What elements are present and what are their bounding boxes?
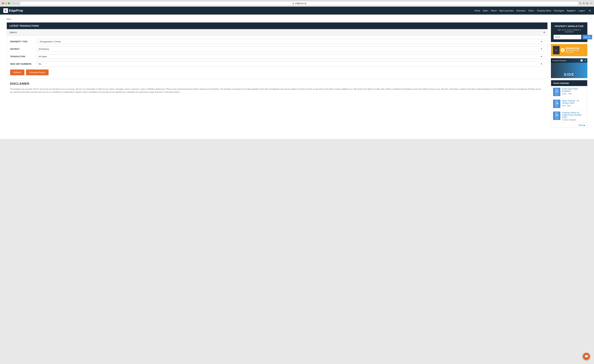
minimize-dot[interactable] (5, 2, 7, 4)
download-banner[interactable]: EP ▶ DOWNLOAD THE EDGEPROP PULLOUT (551, 44, 587, 56)
event-item-3: OCT 23 TUE Property Auction by Knight Fr… (551, 110, 587, 123)
nav-property-news[interactable]: Property News (537, 9, 551, 12)
generate-report-button[interactable]: Generate Report (26, 70, 49, 75)
download-subtitle: THE EDGEPROP PULLOUT (566, 50, 585, 53)
property-type-row: PROPERTY TYPE - All Apartment / Condo HD… (10, 39, 544, 44)
newsletter-email-input[interactable] (554, 35, 581, 39)
newsletter-subtitle: Sign up to receive updates & newsletters (554, 29, 585, 33)
video-thumbnail[interactable]: Seaside Residen... 🕐 ↗ ▶ SIDE (551, 58, 587, 78)
nav-rent[interactable]: Rent ▾ (491, 9, 497, 12)
sale-dropdown-arrow: ▾ (487, 10, 488, 12)
options-bar[interactable]: Options ▾ (7, 29, 547, 36)
district-label: DISTRICT (10, 48, 37, 50)
disclaimer-section: DISCLAIMER The Analytics are provided "A… (7, 79, 548, 97)
login-dropdown-arrow: ▾ (584, 10, 585, 12)
event-info-3: Property Auction by Knight Frank (Octobe… (562, 111, 585, 121)
event-time-1: 11am - 7pm (562, 93, 585, 95)
share-button[interactable]: ⬆ (583, 2, 585, 5)
download-play-icon: ▶ (561, 48, 565, 52)
event-title-2[interactable]: Agent Training - 18 October 2018 (562, 100, 585, 104)
close-dot[interactable] (2, 2, 4, 4)
nav-new-launches[interactable]: New Launches (499, 9, 514, 12)
back-button[interactable]: ‹ (13, 2, 15, 5)
options-content: PROPERTY TYPE - All Apartment / Condo HD… (7, 36, 547, 78)
url-text: edgeprop.sg (295, 2, 306, 5)
video-label: SIDE (564, 72, 574, 77)
event-time-2: 2pm - 5pm (562, 104, 585, 107)
newsletter-panel: PROPERTY NEWSLETTER Sign up to receive u… (551, 22, 587, 42)
hide-unit-row: HIDE UNIT NUMBERS No Yes (10, 61, 544, 66)
event-dow-3: TUE (554, 117, 559, 119)
event-info-1: South Quay Plaza Exhibition 11am - 7pm (562, 88, 585, 95)
logo-icon: E (3, 8, 8, 13)
property-type-select[interactable]: - All Apartment / Condo HDB Landed (37, 39, 544, 44)
disclaimer-title: DISCLAIMER (10, 82, 544, 85)
nav-sale[interactable]: Sale ▾ (483, 9, 488, 12)
top-navigation: E EdgeProp Home Sale ▾ Rent ▾ New Launch… (0, 6, 594, 14)
event-title-3[interactable]: Property Auction by Knight Frank (Octobe… (562, 111, 585, 118)
newsletter-title: PROPERTY NEWSLETTER (554, 25, 585, 27)
event-item-2: OCT 18 THU Agent Training - 18 October 2… (551, 98, 587, 110)
hide-unit-label: HIDE UNIT NUMBERS (10, 63, 37, 65)
reload-button[interactable]: ↻ (580, 2, 581, 5)
event-day-3: 23 (554, 114, 559, 117)
newsletter-form: Sign Up (554, 35, 585, 39)
hide-unit-select[interactable]: No Yes (37, 61, 544, 66)
event-date-badge-2: OCT 18 THU (553, 100, 560, 108)
event-day-2: 18 (554, 102, 559, 105)
new-tab-button[interactable]: + (590, 2, 592, 5)
nav-find-agent[interactable]: Find Agent (554, 9, 564, 12)
maximize-dot[interactable] (8, 2, 10, 4)
lock-icon: 🔒 (292, 2, 295, 5)
event-date-badge-3: OCT 23 TUE (553, 111, 560, 120)
disclaimer-text: The Analytics are provided "AS IS" and w… (10, 88, 544, 94)
options-chevron-icon: ▾ (544, 31, 545, 34)
add-bookmark-button[interactable]: ⊞ (586, 2, 588, 5)
panel-header: LATEST TRANSACTIONS (7, 22, 547, 29)
tools-dropdown-arrow: ▾ (533, 10, 534, 12)
right-sidebar: PROPERTY NEWSLETTER Sign up to receive u… (551, 22, 587, 128)
site-logo[interactable]: E EdgeProp (3, 8, 23, 13)
options-label: Options (9, 31, 17, 34)
event-item-1: OCT 13 SAT South Quay Plaza Exhibition 1… (551, 86, 587, 98)
calendar-header: Event Calendar (551, 80, 587, 86)
nav-login[interactable]: Login ▾ (579, 9, 585, 12)
download-text: ▶ DOWNLOAD THE EDGEPROP PULLOUT (561, 47, 585, 53)
rent-dropdown-arrow: ▾ (496, 10, 497, 12)
event-info-2: Agent Training - 18 October 2018 2pm - 5… (562, 100, 585, 107)
transaction-label: TRANSACTION (10, 55, 37, 58)
event-dow-1: SAT (554, 93, 559, 96)
clock-icon: 🕐 (580, 59, 583, 62)
district-select[interactable]: All Districts District 1 District 2 (37, 46, 544, 52)
forward-button[interactable]: › (16, 2, 19, 5)
transaction-select[interactable]: All Sales All Rentals (37, 54, 544, 59)
event-dow-2: THU (554, 105, 559, 107)
property-type-label: PROPERTY TYPE (10, 40, 37, 43)
refresh-button[interactable]: Refresh (10, 70, 24, 75)
event-day-1: 13 (554, 90, 559, 93)
newsletter-signup-button[interactable]: Sign Up (582, 35, 592, 39)
calendar-more: More ▶ (551, 123, 587, 128)
event-calendar: Event Calendar OCT 13 SAT South Quay Pla… (551, 80, 587, 128)
nav-tools[interactable]: Tools ▾ (528, 9, 534, 12)
hamburger-menu[interactable]: ≡ (589, 9, 591, 13)
video-title-text: Seaside Residen... (552, 59, 567, 62)
register-dropdown-arrow: ▾ (575, 10, 576, 12)
download-title: DOWNLOAD (566, 47, 585, 50)
nav-overseas[interactable]: Overseas (516, 9, 526, 12)
address-bar[interactable]: 🔒 edgeprop.sg (20, 1, 578, 5)
more-events-link[interactable]: More ▶ (579, 124, 585, 126)
action-buttons: Refresh Generate Report (10, 70, 544, 75)
event-time-3: 2.30 pm onwards (562, 119, 585, 121)
main-content: LATEST TRANSACTIONS Options ▾ PROPERTY T… (7, 22, 548, 128)
district-row: DISTRICT All Districts District 1 Distri… (10, 46, 544, 52)
nav-register[interactable]: Register ▾ (567, 9, 576, 12)
share-icon: ↗ (584, 59, 586, 62)
nav-home[interactable]: Home (474, 9, 480, 12)
transaction-row: TRANSACTION All Sales All Rentals (10, 54, 544, 59)
breadcrumb[interactable]: Main (7, 18, 587, 20)
nav-links: Home Sale ▾ Rent ▾ New Launches Overseas… (474, 9, 591, 13)
event-title-1[interactable]: South Quay Plaza Exhibition (562, 88, 585, 92)
transactions-panel: LATEST TRANSACTIONS Options ▾ PROPERTY T… (7, 22, 548, 79)
video-action-icons: 🕐 ↗ (580, 59, 586, 62)
